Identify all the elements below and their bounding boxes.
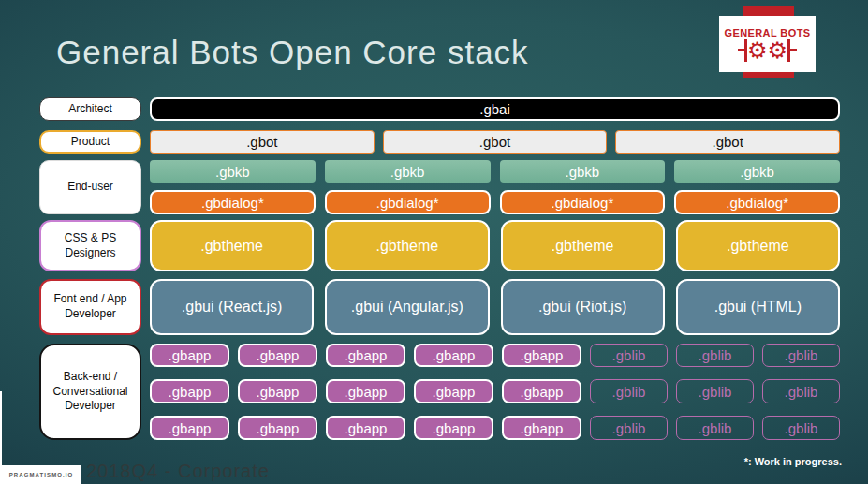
row-gbdialog: .gbdialog* .gbdialog* .gbdialog* .gbdial… [150, 190, 840, 214]
gear-hbar-icon [790, 49, 797, 51]
gbdialog-box: .gbdialog* [325, 190, 491, 214]
gbapp-box: .gbapp [238, 379, 317, 403]
gbapp-box: .gbapp [502, 344, 581, 367]
gbui-box: .gbui (HTML) [676, 279, 840, 335]
gbapp-box: .gbapp [238, 416, 317, 440]
gbdialog-box: .gbdialog* [674, 190, 840, 214]
gbapp-box: .gbapp [150, 344, 229, 367]
gbapp-box: .gbapp [414, 344, 493, 367]
gear-hbar-icon [738, 49, 744, 51]
label-frontend-developer: Font end / App Developer [39, 279, 141, 335]
gblib-box: .gblib [590, 416, 668, 440]
gbtheme-box: .gbtheme [501, 220, 665, 271]
gblib-box: .gblib [590, 379, 668, 403]
gbdialog-box: .gbdialog* [150, 190, 316, 214]
row-gbtheme: .gbtheme .gbtheme .gbtheme .gbtheme [150, 220, 840, 271]
gbkb-box: .gbkb [674, 160, 840, 183]
gblib-box: .gblib [676, 344, 754, 367]
row-backend-1: .gbapp .gbapp .gbapp .gbapp .gbapp .gbli… [150, 344, 840, 367]
gbai-box: .gbai [150, 97, 840, 121]
gear-icon: ⚙ [747, 40, 768, 61]
pragmatismo-logo: PRAGMATISMO.IO [2, 465, 81, 484]
row-gbot: .gbot .gbot .gbot [150, 130, 840, 154]
slide: General Bots Open Core stack GENERAL BOT… [0, 0, 868, 484]
gbapp-box: .gbapp [238, 344, 317, 367]
gblib-box: .gblib [762, 344, 840, 367]
gbtheme-box: .gbtheme [676, 220, 840, 271]
gears-icon: ⚙⚙ [738, 39, 797, 62]
gblib-box: .gblib [762, 416, 840, 440]
gbtheme-box: .gbtheme [150, 220, 314, 271]
gear-icon: ⚙ [768, 40, 788, 61]
gbot-box: .gbot [383, 130, 608, 154]
gbapp-box: .gbapp [150, 379, 229, 403]
row-gbai: .gbai [150, 97, 840, 121]
gbapp-box: .gbapp [502, 416, 581, 440]
gbui-box: .gbui (Angular.js) [325, 279, 489, 335]
gblib-box: .gblib [762, 379, 840, 403]
gbtheme-box: .gbtheme [325, 220, 489, 271]
gbot-box: .gbot [615, 130, 840, 154]
gbapp-box: .gbapp [326, 416, 405, 440]
gbapp-box: .gbapp [326, 379, 405, 403]
gbui-box: .gbui (React.js) [150, 279, 314, 335]
gbkb-box: .gbkb [500, 160, 666, 183]
label-architect: Architect [39, 97, 141, 121]
gbkb-box: .gbkb [325, 160, 491, 183]
label-end-user: End-user [39, 160, 141, 214]
gbapp-box: .gbapp [414, 416, 493, 440]
row-backend-3: .gbapp .gbapp .gbapp .gbapp .gbapp .gbli… [150, 416, 840, 440]
page-title: General Bots Open Core stack [56, 34, 529, 71]
gbot-box: .gbot [150, 130, 375, 154]
work-in-progress-note: *: Work in progress. [744, 456, 842, 467]
label-backend-developer: Back-end / Conversational Developer [39, 344, 141, 440]
row-backend-2: .gbapp .gbapp .gbapp .gbapp .gbapp .gbli… [150, 379, 840, 403]
gbkb-box: .gbkb [150, 160, 316, 183]
gbapp-box: .gbapp [150, 416, 229, 440]
general-bots-logo: GENERAL BOTS ⚙⚙ [719, 16, 816, 72]
label-css-ps-designers: CSS & PS Designers [39, 220, 141, 271]
gblib-box: .gblib [590, 344, 668, 367]
gblib-box: .gblib [676, 379, 754, 403]
logo-brand-text: GENERAL BOTS [725, 27, 811, 38]
gbdialog-box: .gbdialog* [500, 190, 666, 214]
gblib-box: .gblib [676, 416, 754, 440]
gbapp-box: .gbapp [326, 344, 405, 367]
slide-version-label: 2018Q4 - Corporate [86, 461, 270, 482]
row-gbkb: .gbkb .gbkb .gbkb .gbkb [150, 160, 840, 183]
label-product: Product [39, 130, 141, 154]
gbui-box: .gbui (Riot.js) [501, 279, 665, 335]
row-gbui: .gbui (React.js) .gbui (Angular.js) .gbu… [150, 279, 840, 335]
gbapp-box: .gbapp [414, 379, 493, 403]
gbapp-box: .gbapp [502, 379, 581, 403]
